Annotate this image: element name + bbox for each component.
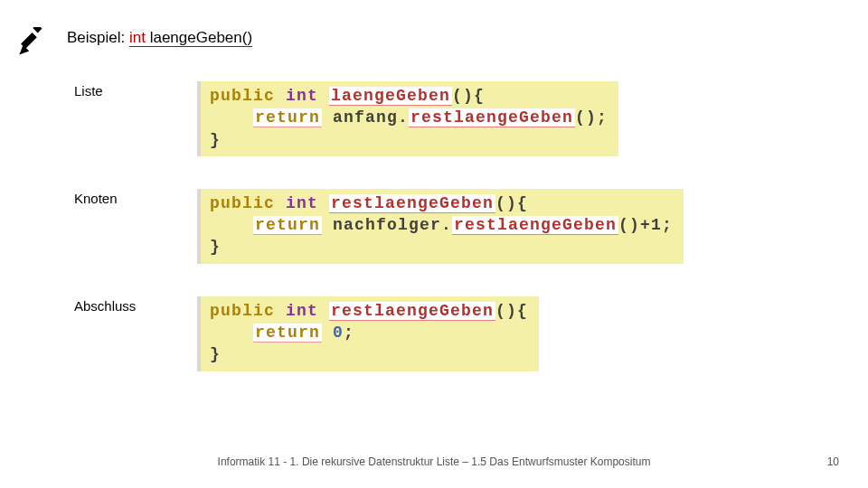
slide-title: Beispiel: int laengeGeben(): [67, 27, 252, 47]
code-wrap-knoten: public int restlaengeGeben(){ return nac…: [197, 189, 684, 264]
row-abschluss: Abschluss public int restlaengeGeben(){ …: [74, 296, 814, 371]
title-prefix: Beispiel:: [67, 29, 129, 46]
svg-rect-2: [33, 27, 42, 33]
content-area: Liste public int laengeGeben(){ return a…: [74, 81, 814, 371]
code-wrap-abschluss: public int restlaengeGeben(){ return 0; …: [197, 296, 539, 371]
pencil-icon: [16, 27, 47, 58]
label-abschluss: Abschluss: [74, 296, 197, 314]
code-abschluss: public int restlaengeGeben(){ return 0; …: [197, 296, 539, 371]
title-method: laengeGeben(): [146, 29, 252, 46]
page-number: 10: [827, 455, 839, 468]
label-liste: Liste: [74, 81, 197, 99]
code-wrap-liste: public int laengeGeben(){ return anfang.…: [197, 81, 618, 156]
row-knoten: Knoten public int restlaengeGeben(){ ret…: [74, 189, 814, 264]
slide: Beispiel: int laengeGeben() Liste public…: [0, 0, 868, 488]
svg-rect-1: [21, 33, 37, 49]
header-row: Beispiel: int laengeGeben(): [16, 27, 814, 58]
title-keyword: int: [129, 29, 146, 46]
label-knoten: Knoten: [74, 189, 197, 206]
code-liste: public int laengeGeben(){ return anfang.…: [197, 81, 618, 156]
footer-text: Informatik 11 - 1. Die rekursive Datenst…: [0, 455, 868, 468]
code-knoten: public int restlaengeGeben(){ return nac…: [197, 189, 684, 264]
row-liste: Liste public int laengeGeben(){ return a…: [74, 81, 814, 156]
